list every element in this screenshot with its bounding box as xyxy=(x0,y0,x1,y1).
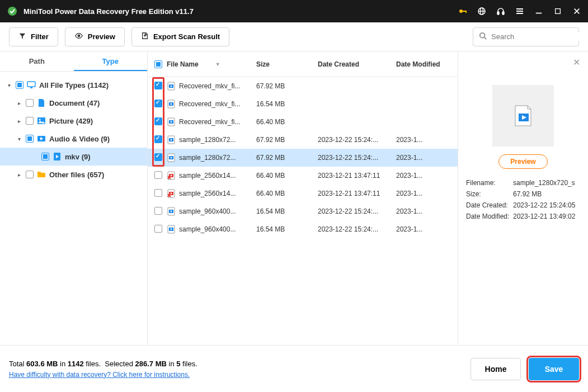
svg-point-0 xyxy=(8,7,17,16)
table-row[interactable]: sample_1280x72...67.92 MB2023-12-22 15:2… xyxy=(148,149,458,167)
minimize-icon[interactable] xyxy=(534,7,543,16)
video-file-icon xyxy=(167,207,176,216)
video-file-icon xyxy=(53,152,62,161)
titlebar: MiniTool Power Data Recovery Free Editio… xyxy=(0,0,588,22)
file-name: sample_2560x14... xyxy=(179,190,236,197)
globe-icon[interactable] xyxy=(477,7,486,16)
file-date-modified: 2023-1... xyxy=(396,190,441,197)
file-name: sample_1280x72... xyxy=(179,154,236,162)
svg-rect-11 xyxy=(516,13,523,14)
svg-rect-3 xyxy=(465,11,467,13)
row-checkbox[interactable] xyxy=(154,117,162,125)
main-area: Path Type ▾ All File Types (1142) ▸ Docu… xyxy=(0,51,588,345)
tree-label: mkv (9) xyxy=(65,153,91,161)
menu-icon[interactable] xyxy=(515,7,524,16)
svg-point-16 xyxy=(78,35,80,37)
svg-rect-19 xyxy=(27,82,35,87)
search-box[interactable] xyxy=(473,27,579,46)
close-icon[interactable] xyxy=(572,7,581,16)
row-checkbox[interactable] xyxy=(154,100,162,107)
file-name: sample_1280x72... xyxy=(179,136,236,144)
save-button[interactable]: Save xyxy=(529,358,579,380)
col-date-created[interactable]: Date Created xyxy=(318,60,396,68)
home-button[interactable]: Home xyxy=(471,358,521,380)
checkbox[interactable] xyxy=(16,81,23,89)
table-row[interactable]: sample_960x400...16.54 MB2023-12-22 15:2… xyxy=(148,220,458,238)
chevron-down-icon[interactable]: ▾ xyxy=(16,136,22,142)
tree-picture[interactable]: ▸ Picture (429) xyxy=(0,112,147,130)
chevron-right-icon[interactable]: ▸ xyxy=(16,118,22,124)
file-metadata: Filename:sample_1280x720_s Size:67.92 MB… xyxy=(463,179,584,220)
tree-label: All File Types (1142) xyxy=(39,81,109,89)
preview-toolbar-button[interactable]: Preview xyxy=(65,27,125,46)
svg-rect-12 xyxy=(536,13,542,14)
checkbox[interactable] xyxy=(41,153,49,160)
video-file-icon xyxy=(167,153,176,162)
search-input[interactable] xyxy=(491,32,585,41)
tab-path[interactable]: Path xyxy=(0,51,74,71)
footer-info: Total 603.6 MB in 1142 files. Selected 2… xyxy=(9,360,197,379)
file-date-created: 2023-12-21 13:47:11 xyxy=(318,190,396,197)
table-row[interactable]: sample_2560x14...66.40 MB2023-12-21 13:4… xyxy=(148,185,458,202)
help-link[interactable]: Have difficulty with data recovery? Clic… xyxy=(9,371,190,379)
headphones-icon[interactable] xyxy=(496,7,505,16)
close-preview-icon[interactable]: ✕ xyxy=(573,57,580,68)
export-button[interactable]: Export Scan Result xyxy=(131,27,229,46)
col-date-modified[interactable]: Date Modified xyxy=(396,60,441,68)
row-checkbox[interactable] xyxy=(154,153,162,161)
search-icon xyxy=(479,32,487,42)
picture-icon xyxy=(37,116,46,125)
tree-all-file-types[interactable]: ▾ All File Types (1142) xyxy=(0,76,147,94)
table-body: Recovered_mkv_fi...67.92 MBRecovered_mkv… xyxy=(148,77,458,345)
maximize-icon[interactable] xyxy=(553,7,562,16)
table-row[interactable]: Recovered_mkv_fi...16.54 MB xyxy=(148,95,458,113)
meta-created-value: 2023-12-22 15:24:05 xyxy=(513,201,580,209)
file-date-created: 2023-12-22 15:24:... xyxy=(318,136,396,144)
tree-mkv[interactable]: mkv (9) xyxy=(0,148,147,166)
tree-other[interactable]: ▸ Other files (657) xyxy=(0,166,147,183)
select-all-checkbox[interactable] xyxy=(154,60,162,68)
table-row[interactable]: sample_2560x14...66.40 MB2023-12-21 13:4… xyxy=(148,167,458,185)
col-size[interactable]: Size xyxy=(256,60,318,68)
checkbox[interactable] xyxy=(26,171,34,178)
table-row[interactable]: sample_960x400...16.54 MB2023-12-22 15:2… xyxy=(148,202,458,220)
checkbox[interactable] xyxy=(26,135,34,143)
svg-point-17 xyxy=(480,32,485,37)
funnel-icon xyxy=(18,32,26,41)
svg-rect-13 xyxy=(556,9,561,14)
file-date-modified: 2023-1... xyxy=(396,225,441,233)
svg-rect-20 xyxy=(30,87,32,88)
chevron-down-icon[interactable]: ▾ xyxy=(6,82,12,88)
file-size: 67.92 MB xyxy=(256,136,318,144)
tab-type[interactable]: Type xyxy=(74,51,148,71)
row-checkbox[interactable] xyxy=(154,189,162,197)
key-icon[interactable] xyxy=(458,7,467,16)
table-row[interactable]: Recovered_mkv_fi...66.40 MB xyxy=(148,113,458,131)
tree-audio-video[interactable]: ▾ Audio & Video (9) xyxy=(0,130,147,148)
row-checkbox[interactable] xyxy=(154,135,162,143)
meta-modified-value: 2023-12-21 13:49:02 xyxy=(513,212,580,220)
row-checkbox[interactable] xyxy=(154,207,162,215)
chevron-right-icon[interactable]: ▸ xyxy=(16,100,22,106)
tree-label: Audio & Video (9) xyxy=(49,135,110,143)
table-row[interactable]: Recovered_mkv_fi...67.92 MB xyxy=(148,77,458,95)
tree-label: Document (47) xyxy=(49,99,100,107)
document-icon xyxy=(37,98,46,107)
row-checkbox[interactable] xyxy=(154,82,162,89)
row-checkbox[interactable] xyxy=(154,225,162,233)
app-title: MiniTool Power Data Recovery Free Editio… xyxy=(23,7,458,16)
filter-button[interactable]: Filter xyxy=(9,27,58,46)
svg-point-22 xyxy=(39,119,41,121)
col-filename[interactable]: File Name▼ xyxy=(167,60,256,68)
tree-document[interactable]: ▸ Document (47) xyxy=(0,94,147,112)
meta-filename-value: sample_1280x720_s xyxy=(513,179,580,187)
table-row[interactable]: sample_1280x72...67.92 MB2023-12-22 15:2… xyxy=(148,131,458,149)
app-logo-icon xyxy=(7,6,18,17)
row-checkbox[interactable] xyxy=(154,171,162,179)
checkbox[interactable] xyxy=(26,117,34,125)
file-name: Recovered_mkv_fi... xyxy=(179,118,240,126)
file-size: 16.54 MB xyxy=(256,225,318,233)
chevron-right-icon[interactable]: ▸ xyxy=(16,172,22,178)
preview-button[interactable]: Preview xyxy=(498,154,547,169)
checkbox[interactable] xyxy=(26,99,34,107)
